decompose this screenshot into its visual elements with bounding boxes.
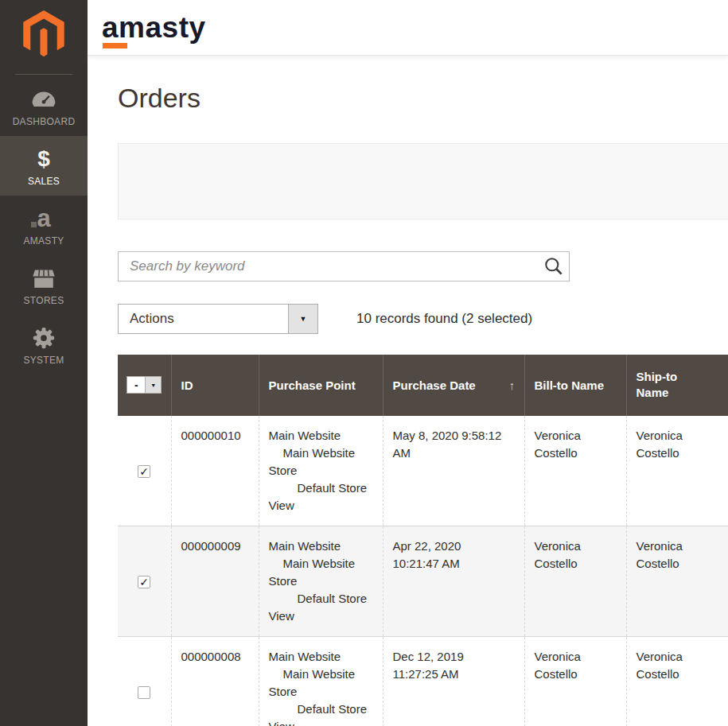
- grid-header-row: - ▼ ID Purchase Point Purchase D: [118, 355, 728, 416]
- column-header-bill-to-name[interactable]: Bill-to Name: [524, 355, 626, 416]
- purchase-point-line: Main Website Store: [269, 666, 375, 701]
- purchase-point-line: Default Store View: [269, 701, 375, 726]
- orders-grid: - ▼ ID Purchase Point Purchase D: [118, 355, 728, 726]
- purchase-date-line: AM: [393, 445, 516, 462]
- ship-to-name-cell: Veronica Costello: [626, 416, 728, 526]
- sort-asc-icon: ↑: [509, 379, 516, 392]
- order-id-cell: 000000010: [171, 416, 259, 526]
- sidebar-item-label: AMASTY: [0, 235, 88, 247]
- column-header-purchase-point[interactable]: Purchase Point: [259, 355, 383, 416]
- order-row[interactable]: 000000010 Main Website Main Website Stor…: [118, 416, 728, 526]
- row-checkbox[interactable]: [138, 576, 150, 588]
- grid-toolbar-area: [118, 143, 728, 219]
- dollar-icon: $: [0, 146, 88, 172]
- dashboard-gauge-icon: [0, 87, 88, 112]
- column-header-id[interactable]: ID: [171, 355, 259, 416]
- chevron-down-icon[interactable]: ▼: [145, 377, 161, 393]
- purchase-date-line: Apr 22, 2020: [393, 538, 516, 555]
- admin-sidebar: DASHBOARD $ SALES a AMASTY: [0, 0, 88, 726]
- actions-dropdown-toggle[interactable]: ▼: [288, 305, 317, 333]
- select-all-checkbox[interactable]: -: [127, 377, 145, 393]
- column-label: Ship-to Name: [637, 369, 700, 401]
- purchase-point-line: Main Website: [269, 538, 375, 555]
- purchase-point-cell: Main Website Main Website Store Default …: [259, 526, 383, 636]
- select-all-header-cell: - ▼: [118, 355, 171, 416]
- purchase-date-line: 11:27:25 AM: [393, 666, 516, 683]
- amasty-logo-text: amasty: [102, 11, 206, 44]
- amasty-logo-underline: [103, 43, 127, 49]
- chevron-down-icon: ▼: [300, 315, 307, 323]
- purchase-point-line: Main Website Store: [269, 555, 375, 590]
- purchase-date-line: 10:21:47 AM: [393, 555, 516, 573]
- app-root: DASHBOARD $ SALES a AMASTY: [0, 0, 728, 726]
- purchase-point-line: Main Website: [269, 427, 375, 445]
- purchase-date-cell: May 8, 2020 9:58:12 AM: [383, 416, 524, 526]
- order-id-cell: 000000008: [171, 636, 259, 726]
- sidebar-item-label: SALES: [0, 176, 88, 187]
- main-area: amasty Orders Actions: [88, 0, 728, 726]
- ship-to-name-cell: Veronica Costello: [626, 526, 728, 636]
- search-icon: [543, 255, 564, 277]
- top-header: amasty: [88, 0, 728, 56]
- bill-to-name-cell: Veronica Costello: [524, 636, 626, 726]
- sidebar-item-sales[interactable]: $ SALES: [0, 136, 88, 196]
- sidebar-item-dashboard[interactable]: DASHBOARD: [0, 76, 88, 136]
- actions-dropdown[interactable]: Actions ▼: [118, 304, 318, 334]
- purchase-point-line: Default Store View: [269, 479, 375, 514]
- sidebar-item-label: DASHBOARD: [0, 116, 88, 127]
- column-header-purchase-date[interactable]: Purchase Date ↑: [383, 355, 524, 416]
- row-select-cell: [118, 636, 171, 726]
- grid-actions-row: Actions ▼ 10 records found (2 selected): [118, 304, 728, 334]
- magento-logo-icon: [23, 10, 64, 58]
- order-row[interactable]: 000000009 Main Website Main Website Stor…: [118, 526, 728, 636]
- purchase-point-cell: Main Website Main Website Store Default …: [259, 416, 383, 526]
- ship-to-name-cell: Veronica Costello: [626, 636, 728, 726]
- sidebar-item-stores[interactable]: STORES: [0, 255, 88, 315]
- amasty-a-icon: a: [0, 206, 88, 231]
- column-label: Bill-to Name: [535, 379, 605, 392]
- order-row[interactable]: 000000008 Main Website Main Website Stor…: [118, 636, 728, 726]
- purchase-date-cell: Dec 12, 2019 11:27:25 AM: [383, 636, 524, 726]
- magento-logo[interactable]: [0, 0, 88, 61]
- sidebar-item-amasty[interactable]: a AMASTY: [0, 196, 88, 255]
- keyword-search: [118, 251, 570, 281]
- bill-to-name-cell: Veronica Costello: [524, 416, 626, 526]
- column-label: Purchase Point: [269, 379, 356, 392]
- search-button[interactable]: [541, 255, 565, 278]
- purchase-point-line: Default Store View: [269, 590, 375, 625]
- column-label: ID: [181, 379, 193, 392]
- row-select-cell: [118, 416, 171, 526]
- order-id-cell: 000000009: [171, 526, 259, 636]
- row-checkbox[interactable]: [138, 686, 150, 699]
- purchase-point-line: Main Website: [269, 648, 375, 666]
- actions-dropdown-label: Actions: [119, 305, 288, 333]
- bill-to-name-cell: Veronica Costello: [524, 526, 626, 636]
- purchase-point-cell: Main Website Main Website Store Default …: [259, 636, 383, 726]
- records-count-text: 10 records found (2 selected): [356, 311, 532, 327]
- sidebar-item-label: SYSTEM: [0, 355, 88, 366]
- amasty-logo[interactable]: amasty: [102, 13, 206, 42]
- sidebar-item-label: STORES: [0, 295, 88, 306]
- row-select-cell: [118, 526, 171, 636]
- purchase-point-line: Main Website Store: [269, 445, 375, 479]
- page-title: Orders: [118, 82, 728, 115]
- purchase-date-cell: Apr 22, 2020 10:21:47 AM: [383, 526, 524, 636]
- page-content: Orders Actions ▼ 10 reco: [88, 82, 728, 726]
- column-label: Purchase Date: [393, 379, 476, 392]
- purchase-date-line: May 8, 2020 9:58:12: [393, 427, 516, 445]
- gear-icon: [0, 325, 88, 351]
- storefront-icon: [0, 266, 88, 291]
- sidebar-divider: [15, 74, 72, 75]
- purchase-date-line: Dec 12, 2019: [393, 648, 516, 666]
- select-all-dropdown[interactable]: - ▼: [127, 376, 162, 394]
- sidebar-item-system[interactable]: SYSTEM: [0, 315, 88, 375]
- search-input[interactable]: [118, 251, 570, 281]
- row-checkbox[interactable]: [138, 465, 150, 478]
- column-header-ship-to-name[interactable]: Ship-to Name: [626, 355, 728, 416]
